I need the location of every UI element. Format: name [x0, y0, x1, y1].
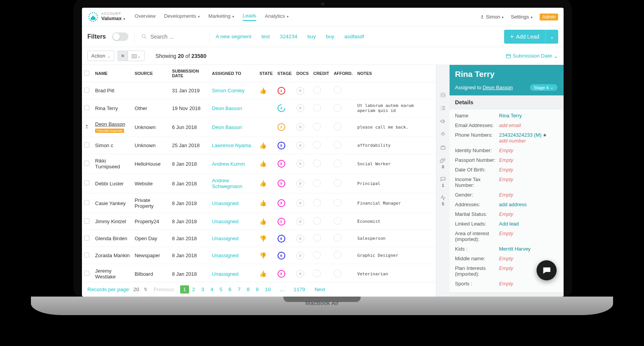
add-number-link[interactable]: add number: [499, 138, 526, 144]
pager-page[interactable]: 1: [180, 285, 189, 293]
stage-indicator[interactable]: 8: [278, 270, 285, 278]
assigned-link[interactable]: Unassigned: [212, 219, 239, 224]
credit-indicator[interactable]: [313, 141, 321, 149]
detail-value[interactable]: Add lead: [499, 221, 558, 227]
assigned-name-link[interactable]: Deon Basson: [483, 85, 513, 90]
credit-indicator[interactable]: [313, 104, 321, 112]
megaphone-icon[interactable]: [440, 118, 446, 124]
table-row[interactable]: Casie YankeyPrivate Property8 Jan 2018Un…: [82, 193, 436, 213]
pager-page[interactable]: 10: [262, 285, 274, 293]
pager-prev[interactable]: Previous: [150, 285, 177, 293]
docs-indicator[interactable]: 0: [296, 123, 304, 131]
pager-page[interactable]: 5: [216, 285, 226, 293]
assigned-link[interactable]: Unassigned: [212, 253, 239, 258]
afford-indicator[interactable]: [334, 179, 341, 187]
table-row[interactable]: Brad Pitt31 Jan 2019Simon Comley👍10: [82, 82, 436, 99]
moneybag-icon[interactable]: [440, 131, 446, 137]
credit-indicator[interactable]: [313, 159, 321, 167]
afford-indicator[interactable]: [334, 141, 341, 149]
nav-item-marketing[interactable]: Marketing ▾: [208, 13, 234, 20]
table-row[interactable]: Deon BassonPotential DuplicateUnknown6 J…: [82, 117, 436, 137]
stage-indicator[interactable]: 0: [278, 218, 285, 226]
assigned-link[interactable]: Deon Basson: [212, 105, 242, 111]
docs-indicator[interactable]: 0: [296, 180, 304, 187]
stage-indicator[interactable]: 8: [278, 160, 285, 168]
col-header[interactable]: ASSIGNED TO: [210, 65, 257, 82]
docs-indicator[interactable]: 0: [296, 160, 304, 168]
credit-indicator[interactable]: [313, 217, 321, 225]
afford-indicator[interactable]: [334, 234, 341, 242]
filters-toggle[interactable]: [112, 32, 128, 41]
pager-page[interactable]: 6: [225, 285, 235, 293]
stage-indicator[interactable]: 4: [276, 103, 286, 114]
credit-indicator[interactable]: [313, 86, 321, 94]
table-row[interactable]: Debbi LusterWebsite8 Jan 2018Andrew Schw…: [82, 174, 436, 193]
afford-indicator[interactable]: [334, 86, 341, 94]
stage-indicator[interactable]: 6: [278, 235, 285, 243]
assigned-link[interactable]: Simon Comley: [212, 88, 245, 93]
pager-page[interactable]: 9: [253, 285, 262, 293]
stage-indicator[interactable]: 2: [278, 123, 285, 131]
assigned-link[interactable]: Unassigned: [212, 200, 239, 206]
assigned-link[interactable]: Andrew Schwegmann: [212, 178, 242, 189]
detail-value[interactable]: Empty: [499, 157, 558, 163]
admin-badge[interactable]: Admin: [540, 14, 558, 20]
stage-indicator[interactable]: 0: [278, 142, 285, 149]
detail-value[interactable]: Empty: [499, 281, 558, 287]
row-checkbox[interactable]: [84, 105, 89, 110]
nav-item-developments[interactable]: Developments ▾: [164, 13, 200, 20]
col-header[interactable]: STAGE: [275, 65, 294, 82]
stage-indicator[interactable]: 6: [278, 252, 285, 260]
docs-indicator[interactable]: 0: [296, 199, 304, 207]
action-dropdown[interactable]: Action ⌄: [87, 51, 114, 61]
pager-last[interactable]: 1179: [291, 285, 308, 293]
rail-comments[interactable]: 1: [440, 176, 446, 188]
stage-indicator[interactable]: 8: [278, 199, 285, 207]
column-view-button[interactable]: ▯▯⌄: [128, 51, 145, 61]
pager-page[interactable]: 4: [207, 285, 216, 293]
row-checkbox[interactable]: [84, 253, 89, 258]
credit-indicator[interactable]: [313, 251, 321, 259]
assigned-link[interactable]: Lawrence Nyama: [212, 142, 251, 148]
afford-indicator[interactable]: [334, 199, 341, 207]
detail-value[interactable]: 234324324233 (M)★add number: [499, 132, 558, 144]
detail-value[interactable]: add email: [499, 122, 558, 128]
detail-value[interactable]: Empty: [499, 148, 558, 153]
afford-indicator[interactable]: [334, 251, 341, 259]
chat-fab[interactable]: [537, 260, 557, 280]
col-header[interactable]: SUBMISSION DATE: [170, 65, 210, 82]
table-row[interactable]: Jeremy WestlakeBilboard8 Jan 2018Unassig…: [82, 264, 436, 282]
rail-activity[interactable]: 5: [440, 195, 446, 206]
nav-item-leads[interactable]: Leads: [243, 13, 256, 21]
pager-page[interactable]: 8: [244, 285, 253, 293]
col-header[interactable]: DOCS: [294, 65, 311, 82]
row-checkbox[interactable]: [84, 236, 89, 241]
credit-indicator[interactable]: [313, 199, 321, 207]
table-row[interactable]: Glenda BirdenOpen Day8 Jan 2018Unassigne…: [82, 230, 436, 247]
segment-link[interactable]: A new segment: [216, 34, 251, 39]
credit-indicator[interactable]: [313, 179, 321, 187]
row-checkbox[interactable]: [84, 271, 89, 276]
stage-pill[interactable]: Stage 4⌄: [530, 84, 557, 91]
table-scroll[interactable]: NAMESOURCESUBMISSION DATEASSIGNED TOSTAT…: [82, 65, 436, 282]
rpp-stepper[interactable]: ⇅: [144, 287, 147, 292]
detail-value[interactable]: Merritt Harvey: [499, 246, 558, 252]
detail-value[interactable]: Empty: [499, 231, 558, 236]
select-all-checkbox[interactable]: [84, 71, 89, 76]
afford-indicator[interactable]: [334, 104, 341, 112]
docs-indicator[interactable]: 0: [296, 87, 304, 95]
row-checkbox[interactable]: [84, 180, 89, 185]
col-header[interactable]: STATE: [257, 65, 275, 82]
docs-indicator[interactable]: 0: [296, 142, 304, 149]
pager-page[interactable]: 2: [189, 285, 198, 293]
detail-value[interactable]: Rina Terry: [499, 113, 558, 119]
docs-indicator[interactable]: 0: [296, 104, 304, 112]
afford-indicator[interactable]: [334, 159, 341, 167]
col-header[interactable]: NOTES: [355, 65, 436, 82]
segment-link[interactable]: 324234: [280, 34, 297, 39]
row-checkbox[interactable]: [84, 200, 89, 205]
pager-page[interactable]: 7: [235, 285, 244, 293]
assigned-link[interactable]: Unassigned: [212, 236, 239, 241]
afford-indicator[interactable]: [334, 270, 341, 277]
list-view-button[interactable]: ≡: [118, 51, 128, 61]
